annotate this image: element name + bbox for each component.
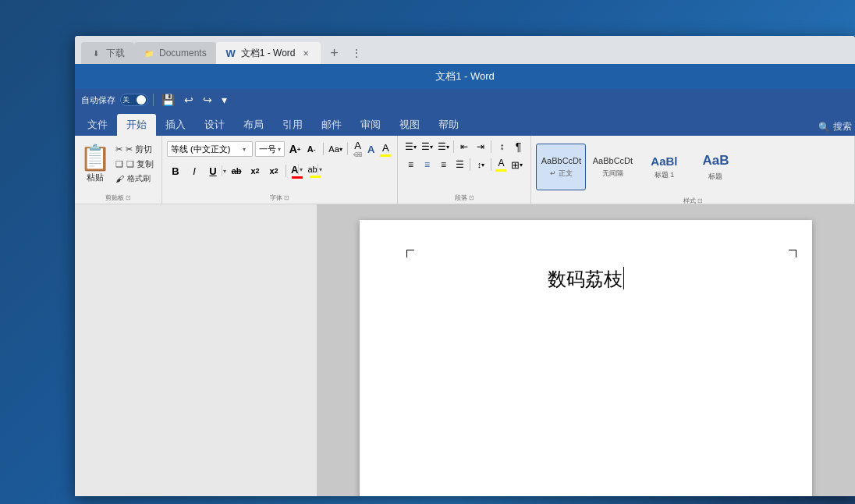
font-group-label: 字体 ⊡ — [167, 193, 392, 202]
search-text[interactable]: 搜索 — [833, 120, 852, 133]
format-painter-button[interactable]: 🖌 格式刷 — [112, 172, 157, 186]
page-corner-mark-tl — [406, 250, 414, 257]
shading-icon: A — [498, 158, 504, 169]
paragraph-expand-icon[interactable]: ⊡ — [469, 194, 474, 201]
tab-help[interactable]: 帮助 — [429, 114, 468, 136]
style-normal-label: ↵ 正文 — [550, 169, 573, 179]
justify-button[interactable]: ☰ — [452, 157, 467, 172]
font-highlight-dropdown[interactable]: ▾ — [318, 164, 322, 175]
text-effects-button[interactable]: A — [366, 143, 376, 156]
show-paragraph-button[interactable]: ¶ — [510, 139, 526, 154]
strikethrough-button[interactable]: ab — [228, 162, 245, 179]
font-size-buttons: A+ A- — [287, 141, 319, 157]
font-expand-icon[interactable]: ⊡ — [284, 194, 289, 201]
tab-close-icon[interactable]: ✕ — [300, 48, 311, 59]
browser-tab-2[interactable]: 📁 Documents — [134, 42, 216, 64]
align-right-button[interactable]: ≡ — [435, 157, 451, 172]
paragraph-row-1: ☰▾ ☰▾ ☰▾ ⇤ ⇥ ↕ ¶ — [403, 139, 526, 154]
italic-button[interactable]: I — [186, 162, 203, 179]
tab-home[interactable]: 开始 — [117, 114, 156, 136]
clear-formatting-button[interactable]: A ⌫ — [352, 139, 364, 159]
style-no-spacing[interactable]: AaBbCcDt 无间隔 — [587, 144, 637, 190]
font-grow-button[interactable]: A+ — [287, 141, 303, 157]
document-page-area: 数码荔枝 — [317, 204, 855, 496]
increase-indent-button[interactable]: ⇥ — [473, 139, 488, 154]
style-normal-preview: AaBbCcDt — [541, 155, 581, 166]
autosave-state: 关 — [122, 95, 129, 105]
paste-button[interactable]: 📋 粘贴 — [80, 142, 111, 186]
autosave-label: 自动保存 — [81, 94, 115, 106]
font-divider-1 — [323, 143, 324, 155]
sort-button[interactable]: ↕ — [494, 139, 509, 154]
undo-button[interactable]: ↩ — [181, 92, 197, 108]
font-row-2: B I U ▾ ab x2 — [167, 162, 324, 179]
tab-references[interactable]: 引用 — [273, 114, 312, 136]
browser-tab-3[interactable]: W 文档1 - Word ✕ — [216, 42, 321, 64]
download-icon: ⬇ — [90, 48, 101, 59]
font-color-button[interactable]: A ▾ — [289, 163, 304, 179]
document-page[interactable]: 数码荔枝 — [360, 220, 812, 496]
font-shrink-button[interactable]: A- — [303, 141, 319, 157]
bold-button[interactable]: B — [167, 162, 184, 179]
highlight-color — [380, 154, 391, 157]
decrease-indent-button[interactable]: ⇤ — [456, 139, 472, 154]
desktop: ⬇ 下载 📁 Documents W 文档1 - Word ✕ + ⋮ 文档1 … — [0, 0, 855, 504]
change-case-button[interactable]: Aa▾ — [328, 141, 343, 157]
font-name-select[interactable]: 等线 (中文正文) ▾ — [167, 141, 253, 157]
outline-button[interactable]: ☰▾ — [435, 139, 451, 154]
bullets-button[interactable]: ☰▾ — [403, 139, 418, 154]
title-bar: 文档1 - Word — [75, 64, 855, 89]
underline-button-group: U ▾ — [204, 162, 226, 179]
underline-dropdown[interactable]: ▾ — [222, 165, 226, 176]
numbering-button[interactable]: ☰▾ — [419, 139, 435, 154]
borders-button[interactable]: ⊞▾ — [509, 157, 524, 172]
align-left-button[interactable]: ≡ — [403, 157, 418, 172]
document-content: 数码荔枝 — [406, 251, 765, 292]
cut-button[interactable]: ✂ ✂ 剪切 — [112, 142, 157, 156]
line-spacing-button[interactable]: ↕▾ — [473, 157, 488, 172]
style-normal[interactable]: AaBbCcDt ↵ 正文 — [536, 144, 586, 190]
align-center-button[interactable]: ≡ — [419, 157, 435, 172]
new-tab-button[interactable]: + — [324, 42, 346, 64]
quick-toolbar-more-button[interactable]: ▾ — [218, 92, 230, 108]
autosave-toggle[interactable]: 关 — [120, 94, 148, 106]
style-heading[interactable]: AaB 标题 — [690, 144, 740, 190]
tab-layout[interactable]: 布局 — [234, 114, 273, 136]
shading-button[interactable]: A — [494, 157, 508, 172]
browser-tab-1[interactable]: ⬇ 下载 — [81, 42, 134, 64]
para-divider-3 — [470, 158, 470, 171]
superscript-button-group: x2 — [265, 162, 282, 179]
cut-icon: ✂ — [115, 144, 122, 154]
redo-button[interactable]: ↪ — [200, 92, 215, 108]
tab-insert[interactable]: 插入 — [156, 114, 195, 136]
tab-file[interactable]: 文件 — [78, 114, 117, 136]
tab-mailings[interactable]: 邮件 — [312, 114, 351, 136]
tab-menu-button[interactable]: ⋮ — [346, 42, 367, 64]
tab-review[interactable]: 审阅 — [351, 114, 390, 136]
font-highlight-color-button[interactable]: ab ▾ — [306, 163, 323, 179]
copy-icon: ❑ — [115, 159, 123, 169]
subscript-button[interactable]: x2 — [247, 162, 264, 179]
underline-button[interactable]: U — [204, 162, 222, 179]
text-effects-icon: A — [367, 144, 374, 155]
clipboard-expand-icon[interactable]: ⊡ — [126, 194, 131, 201]
folder-icon: 📁 — [144, 48, 154, 59]
italic-button-group: I — [186, 162, 203, 179]
font-size-select[interactable]: 一号 ▾ — [255, 141, 285, 157]
highlight-button[interactable]: A — [378, 141, 392, 158]
copy-button[interactable]: ❑ ❑ 复制 — [112, 157, 157, 171]
font-color-dropdown[interactable]: ▾ — [298, 164, 303, 175]
tab-design[interactable]: 设计 — [195, 114, 234, 136]
para-divider-1 — [453, 140, 454, 153]
save-button[interactable]: 💾 — [158, 92, 178, 108]
font-color-indicator — [292, 176, 303, 179]
tab-view[interactable]: 视图 — [390, 114, 429, 136]
style-heading1[interactable]: AaBl 标题 1 — [639, 144, 689, 190]
tab-3-label: 文档1 - Word — [241, 47, 296, 60]
superscript-button[interactable]: x2 — [265, 162, 282, 179]
clipboard-group: 📋 粘贴 ✂ ✂ 剪切 ❑ ❑ 复制 — [75, 136, 162, 204]
font-color-icon: A — [291, 164, 298, 176]
styles-expand-icon[interactable]: ⊡ — [697, 197, 703, 204]
paste-icon: 📋 — [80, 145, 111, 170]
styles-gallery: AaBbCcDt ↵ 正文 AaBbCcDt 无间隔 AaBl 标题 1 A — [536, 139, 740, 195]
